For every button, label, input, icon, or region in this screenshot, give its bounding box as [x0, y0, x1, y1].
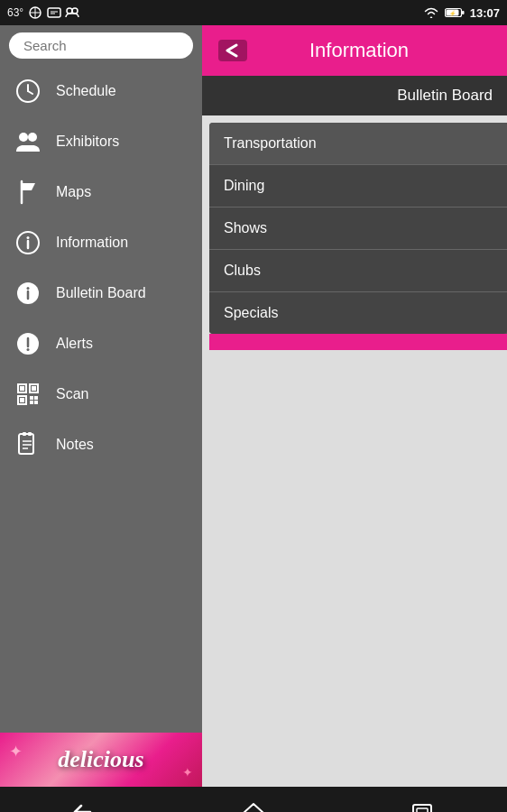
app-icon-2: [47, 6, 61, 19]
menu-item-specials[interactable]: Specials: [209, 292, 507, 334]
temperature: 63°: [7, 6, 23, 19]
clubs-label: Clubs: [224, 263, 261, 278]
sidebar-item-notes[interactable]: Notes: [0, 420, 202, 470]
svg-rect-38: [23, 432, 26, 436]
time: 13:07: [470, 6, 500, 20]
home-nav-button[interactable]: [217, 794, 290, 812]
transportation-label: Transportation: [224, 135, 317, 151]
exhibitors-label: Exhibitors: [56, 134, 119, 150]
svg-point-16: [28, 133, 37, 142]
svg-line-14: [28, 91, 32, 94]
information-label: Information: [56, 235, 128, 251]
back-nav-icon: [72, 802, 97, 812]
svg-rect-3: [48, 8, 60, 17]
status-left: 63°: [7, 6, 79, 19]
search-container: [0, 25, 202, 66]
app-icon-3: [65, 6, 79, 19]
info-filled-icon: [13, 278, 43, 309]
sidebar-item-alerts[interactable]: Alerts: [0, 318, 202, 369]
header-title: Information: [262, 39, 496, 62]
bottom-nav-bar: [0, 787, 507, 812]
menu-list: Transportation Dining Shows Clubs Specia…: [209, 123, 507, 334]
svg-rect-36: [34, 401, 38, 404]
back-button[interactable]: [213, 34, 253, 67]
banner-text: delicious: [58, 746, 143, 773]
svg-rect-33: [30, 396, 33, 400]
svg-rect-43: [218, 40, 247, 61]
svg-point-4: [67, 8, 72, 14]
pink-accent-bar: [209, 334, 507, 350]
wifi-icon: [423, 6, 439, 19]
people-icon: [13, 126, 43, 157]
scan-label: Scan: [56, 386, 88, 402]
status-bar: 63° ⚡ 13:07: [0, 0, 507, 25]
menu-item-clubs[interactable]: Clubs: [209, 250, 507, 292]
battery-icon: ⚡: [445, 7, 465, 18]
app-icon-1: [27, 6, 43, 19]
svg-text:⚡: ⚡: [448, 10, 456, 17]
sidebar-item-exhibitors[interactable]: Exhibitors: [0, 116, 202, 167]
specials-label: Specials: [224, 305, 278, 320]
sidebar-item-schedule[interactable]: Schedule: [0, 66, 202, 116]
status-right: ⚡ 13:07: [423, 6, 500, 20]
svg-point-20: [27, 236, 30, 239]
svg-point-5: [72, 8, 78, 14]
sidebar-item-scan[interactable]: Scan: [0, 369, 202, 420]
alerts-label: Alerts: [56, 336, 93, 352]
maps-label: Maps: [56, 184, 91, 200]
clock-icon: [13, 76, 43, 106]
recents-nav-icon: [410, 801, 434, 812]
svg-point-15: [19, 133, 28, 142]
menu-item-transportation[interactable]: Transportation: [209, 123, 507, 165]
search-input[interactable]: [23, 38, 195, 53]
schedule-label: Schedule: [56, 83, 116, 99]
search-box[interactable]: [9, 32, 193, 59]
bulletin-board-header: Bulletin Board: [202, 76, 507, 115]
back-nav-button[interactable]: [49, 794, 121, 812]
bulletin-board-title: Bulletin Board: [397, 87, 493, 104]
alert-icon: [13, 328, 43, 359]
menu-item-dining[interactable]: Dining: [209, 165, 507, 208]
dining-label: Dining: [224, 178, 264, 193]
svg-rect-39: [28, 432, 32, 436]
back-arrow-icon: [217, 38, 249, 63]
svg-rect-35: [30, 401, 33, 404]
menu-item-shows[interactable]: Shows: [209, 208, 507, 250]
bulletin-board-label: Bulletin Board: [56, 285, 146, 301]
svg-rect-32: [20, 398, 24, 402]
notes-label: Notes: [56, 437, 94, 453]
svg-rect-28: [20, 386, 24, 391]
recents-nav-button[interactable]: [386, 794, 458, 812]
content-body: [202, 350, 507, 787]
info-outline-icon: [13, 227, 43, 258]
sidebar-item-bulletin-board[interactable]: Bulletin Board: [0, 268, 202, 318]
svg-point-26: [27, 348, 30, 351]
svg-rect-34: [34, 396, 38, 400]
sidebar: Schedule Exhibitors Maps: [0, 25, 202, 787]
flag-icon: [13, 177, 43, 208]
content-area: Information Bulletin Board Transportatio…: [202, 25, 507, 787]
home-nav-icon: [242, 801, 265, 812]
svg-point-23: [27, 287, 30, 290]
content-header: Information: [202, 25, 507, 76]
qr-icon: [13, 379, 43, 410]
svg-rect-30: [32, 386, 36, 391]
svg-rect-37: [19, 434, 33, 454]
shows-label: Shows: [224, 220, 267, 235]
notes-icon: [13, 429, 43, 460]
banner-ad[interactable]: delicious ✦ ✦: [0, 733, 202, 787]
sidebar-item-maps[interactable]: Maps: [0, 167, 202, 217]
sidebar-item-information[interactable]: Information: [0, 217, 202, 268]
svg-rect-7: [462, 11, 465, 14]
svg-rect-46: [417, 808, 428, 812]
